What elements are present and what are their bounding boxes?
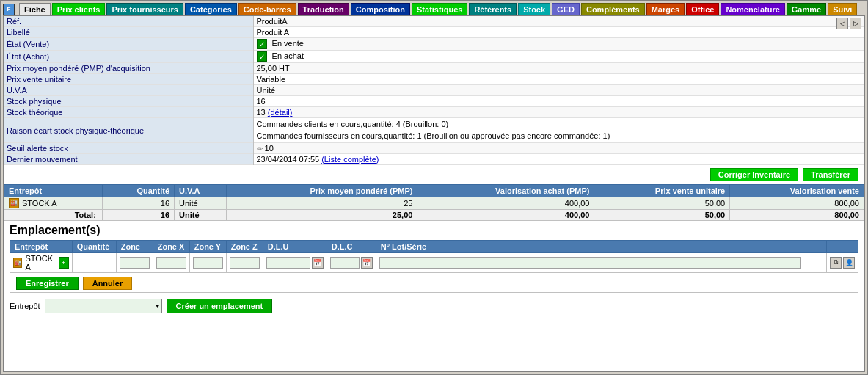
emp-col-zone-z: Zone Z <box>226 240 263 252</box>
total-val-vente: 800,00 <box>730 209 864 220</box>
field-etat-achat: État (Achat) En achat <box>4 51 864 63</box>
corriger-inventaire-button[interactable]: Corriger Inventaire <box>710 168 798 181</box>
emp-add-icon[interactable]: + <box>59 257 69 269</box>
emp-zone-y-input[interactable] <box>193 257 223 269</box>
creer-emplacement-button[interactable]: Créer un emplacement <box>167 299 273 313</box>
entrepot-label: Entrepôt <box>10 302 40 310</box>
tab-ged[interactable]: GED <box>552 3 580 15</box>
emp-row-actions: ⧉ 👤 <box>827 252 858 272</box>
emp-zone-z-cell <box>226 252 263 272</box>
stock-uva: Unité <box>175 197 226 209</box>
tab-categories[interactable]: Catégories <box>185 3 237 15</box>
liste-complete-link[interactable]: (Liste complète) <box>321 155 379 164</box>
field-prix-vente-label: Prix vente unitaire <box>4 74 253 85</box>
field-stock-theorique: Stock théorique 13 (détail) <box>4 107 864 118</box>
tab-prix-clients[interactable]: Prix clients <box>52 3 106 15</box>
emp-dlc-input[interactable] <box>330 257 360 269</box>
emp-dlu-input[interactable] <box>266 257 310 269</box>
field-etat-vente: État (Vente) En vente <box>4 38 864 51</box>
tab-stock[interactable]: Stock <box>518 3 550 15</box>
emp-zone-input[interactable] <box>120 257 150 269</box>
field-uva-label: U.V.A <box>4 85 253 96</box>
tab-traduction[interactable]: Traduction <box>298 3 349 15</box>
tab-complements[interactable]: Compléments <box>581 3 645 15</box>
nav-next-icon[interactable]: ▷ <box>850 18 861 29</box>
stock-col-pmp: Prix moyen pondéré (PMP) <box>226 184 417 197</box>
entrepot-select-wrapper: ▼ <box>45 299 162 313</box>
tab-statistiques[interactable]: Statistiques <box>412 3 467 15</box>
status-achat-icon <box>257 51 267 62</box>
tab-office[interactable]: Office <box>686 3 719 15</box>
stock-section: Entrepôt Quantité U.V.A Prix moyen pondé… <box>4 184 864 221</box>
emp-user-icon[interactable]: 👤 <box>843 257 855 269</box>
toolbar: Corriger Inventaire Transférer <box>4 165 864 184</box>
stock-col-val-vente: Valorisation vente <box>730 184 864 197</box>
tab-nomenclature[interactable]: Nomenclature <box>721 3 784 15</box>
field-dernier-mouvement: Dernier mouvement 23/04/2014 07:55 (List… <box>4 153 864 164</box>
field-seuil-alerte: Seuil alerte stock ✏ 10 <box>4 142 864 153</box>
emp-buttons-cell: Enregistrer Annuler <box>10 272 858 292</box>
app-icon: F <box>3 4 15 15</box>
entrepot-select[interactable] <box>45 299 162 313</box>
tab-marges[interactable]: Marges <box>646 3 685 15</box>
tab-prix-fournisseurs[interactable]: Prix fournisseurs <box>106 3 183 15</box>
enregistrer-button[interactable]: Enregistrer <box>16 277 79 290</box>
stock-table: Entrepôt Quantité U.V.A Prix moyen pondé… <box>4 184 864 221</box>
field-stock-theorique-label: Stock théorique <box>4 107 253 118</box>
total-quantite: 16 <box>102 209 174 220</box>
emplacements-section: Emplacement(s) Entrepôt Quantité Zone Zo… <box>4 221 864 296</box>
emp-zone-cell <box>116 252 153 272</box>
annuler-button[interactable]: Annuler <box>83 277 133 290</box>
emp-dlu-cell: 📅 <box>263 252 327 272</box>
field-seuil-alerte-label: Seuil alerte stock <box>4 142 253 153</box>
tab-gamme[interactable]: Gamme <box>787 3 826 15</box>
tab-fiche[interactable]: Fiche <box>19 3 51 15</box>
field-raison-ecart: Raison écart stock physique-théorique Co… <box>4 118 864 143</box>
detail-link[interactable]: (détail) <box>268 108 293 117</box>
emp-col-dlc: D.L.C <box>327 240 376 252</box>
emp-zone-x-cell <box>153 252 189 272</box>
info-grid: Réf. ProduitA Libellé Produit A État (Ve… <box>4 16 864 165</box>
emp-lot-input[interactable] <box>379 257 801 269</box>
tab-referents[interactable]: Référents <box>469 3 517 15</box>
field-etat-achat-label: État (Achat) <box>4 51 253 63</box>
stock-col-quantite: Quantité <box>102 184 174 197</box>
field-dernier-mouvement-label: Dernier mouvement <box>4 153 253 164</box>
pencil-icon[interactable]: ✏ <box>257 145 263 153</box>
emp-col-zone: Zone <box>116 240 153 252</box>
field-ref-value: ProduitA <box>253 16 864 27</box>
emp-zone-x-input[interactable] <box>156 257 186 269</box>
field-prix-vente-value: Variable <box>253 74 864 85</box>
tab-bar: F Fiche Prix clients Prix fournisseurs C… <box>1 1 867 15</box>
emp-dlc-calendar-icon[interactable]: 📅 <box>361 257 373 269</box>
emplacements-title: Emplacement(s) <box>10 224 858 237</box>
emp-col-zone-y: Zone Y <box>189 240 226 252</box>
emp-copy-icon[interactable]: ⧉ <box>830 257 842 269</box>
field-etat-vente-value: En vente <box>253 38 864 51</box>
emp-zone-z-input[interactable] <box>230 257 260 269</box>
total-label: Total: <box>4 209 103 220</box>
emp-col-zone-x: Zone X <box>153 240 189 252</box>
emp-dlu-calendar-icon[interactable]: 📅 <box>312 257 324 269</box>
bottom-row: Entrepôt ▼ Créer un emplacement <box>4 296 864 316</box>
field-stock-physique-value: 16 <box>253 96 864 107</box>
stock-entrepot: 🏭 STOCK A <box>4 197 103 209</box>
emp-col-dlu: D.L.U <box>263 240 327 252</box>
emp-buttons-row: Enregistrer Annuler <box>10 272 858 292</box>
total-uva: Unité <box>175 209 226 220</box>
stock-val-achat: 400,00 <box>417 197 594 209</box>
transferer-button[interactable]: Transférer <box>803 168 858 181</box>
field-pmp: Prix moyen pondéré (PMP) d'acquisition 2… <box>4 63 864 74</box>
emp-col-actions <box>827 240 858 252</box>
emp-col-lot: N° Lot/Série <box>376 240 826 252</box>
stock-col-val-achat: Valorisation achat (PMP) <box>417 184 594 197</box>
tab-code-barres[interactable]: Code-barres <box>238 3 296 15</box>
tab-suivi[interactable]: Suivi <box>828 3 857 15</box>
emp-col-entrepot: Entrepôt <box>10 240 73 252</box>
nav-prev-icon[interactable]: ◁ <box>836 18 848 29</box>
field-libelle: Libellé Produit A <box>4 27 864 38</box>
emp-entrepot-value: STOCK A <box>25 254 55 272</box>
field-stock-physique-label: Stock physique <box>4 96 253 107</box>
tab-composition[interactable]: Composition <box>351 3 410 15</box>
field-raison-ecart-label: Raison écart stock physique-théorique <box>4 118 253 143</box>
